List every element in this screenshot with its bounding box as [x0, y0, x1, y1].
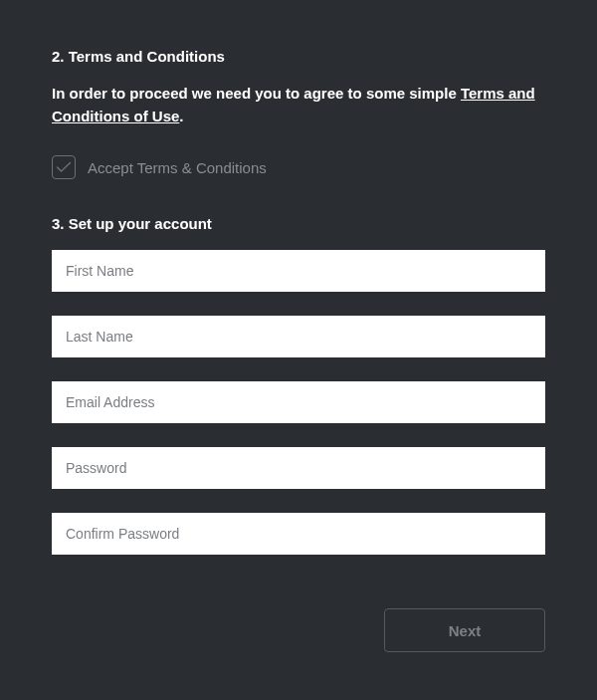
next-button[interactable]: Next: [384, 608, 545, 652]
form-fields: [52, 250, 545, 555]
password-input[interactable]: [52, 447, 545, 489]
terms-intro-prefix: In order to proceed we need you to agree…: [52, 85, 461, 102]
checkmark-icon: [56, 161, 72, 173]
last-name-input[interactable]: [52, 316, 545, 357]
terms-heading: 2. Terms and Conditions: [52, 48, 545, 65]
accept-terms-label: Accept Terms & Conditions: [88, 159, 267, 176]
terms-section: 2. Terms and Conditions In order to proc…: [52, 48, 545, 179]
email-input[interactable]: [52, 381, 545, 423]
first-name-input[interactable]: [52, 250, 545, 292]
account-section: 3. Set up your account Next: [52, 215, 545, 652]
button-row: Next: [52, 608, 545, 652]
terms-intro-suffix: .: [179, 108, 183, 124]
accept-terms-row: Accept Terms & Conditions: [52, 155, 545, 179]
accept-terms-checkbox[interactable]: [52, 155, 76, 179]
terms-intro: In order to proceed we need you to agree…: [52, 83, 545, 127]
confirm-password-input[interactable]: [52, 513, 545, 555]
account-heading: 3. Set up your account: [52, 215, 545, 232]
